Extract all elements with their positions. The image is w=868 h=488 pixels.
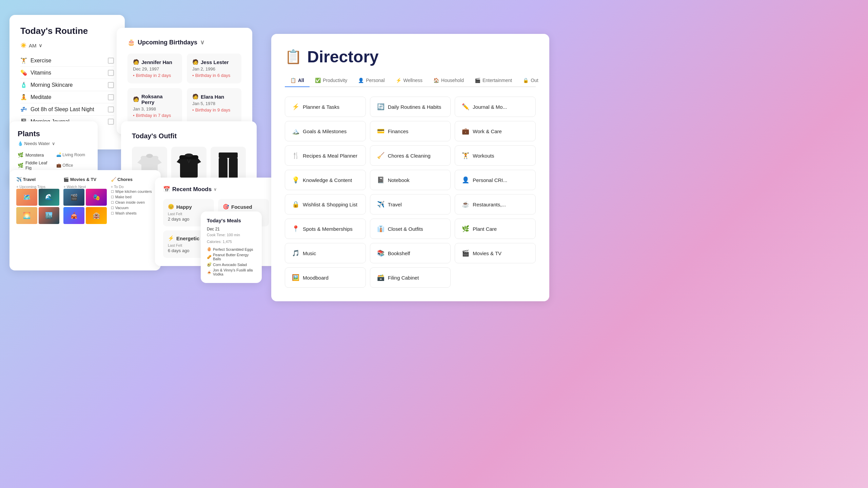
tab-all[interactable]: 📋All xyxy=(285,74,310,87)
svg-point-2 xyxy=(146,154,153,158)
task-list: 🏋️ Exercise 💊 Vitamins 🧴 Morning Skincar… xyxy=(20,55,114,127)
mini-thumbnail[interactable]: 🏨 xyxy=(86,207,107,224)
location-label: 💼 Office xyxy=(56,163,73,168)
mini-check-item[interactable]: Wash sheets xyxy=(111,210,154,216)
tab-household[interactable]: 🏠Household xyxy=(428,74,469,87)
meal-name: Jon & Vinny's Fusilli alla Vodka xyxy=(213,268,256,276)
dir-item-personal-cri...[interactable]: 👤 Personal CRI... xyxy=(455,170,536,190)
dir-item-spots---memberships[interactable]: 📍 Spots & Memberships xyxy=(285,219,366,239)
dir-item-work---care[interactable]: 💼 Work & Care xyxy=(455,121,536,141)
dir-item-notebook[interactable]: 📓 Notebook xyxy=(370,170,451,190)
mini-add-btn[interactable]: + To Do xyxy=(111,185,154,189)
birthday-cell[interactable]: 🧑 Jennifer Han Dec 29, 1997 Birthday in … xyxy=(127,54,182,83)
birthday-countdown: Birthday in 6 days xyxy=(192,73,236,78)
dir-item-travel[interactable]: ✈️ Travel xyxy=(370,194,451,215)
dir-item-movies---tv[interactable]: 🎬 Movies & TV xyxy=(455,243,536,263)
dir-item-icon: 📍 xyxy=(292,225,299,232)
mini-thumbnail[interactable]: 🎬 xyxy=(63,189,84,206)
birthday-countdown: Birthday in 9 days xyxy=(192,107,236,113)
meal-item: 🥜Peanut Butter Energy Balls xyxy=(207,252,256,262)
task-checkbox[interactable] xyxy=(108,58,114,64)
dir-item-wishlist---shopping-list[interactable]: 🔒 Wishlist & Shopping List xyxy=(285,194,366,215)
mini-thumbnail[interactable]: 🌊 xyxy=(39,189,60,206)
dir-item-label: Personal CRI... xyxy=(473,177,507,183)
dir-item-journal---mo...[interactable]: ✏️ Journal & Mo... xyxy=(455,97,536,117)
mini-thumbnail[interactable]: 🎭 xyxy=(86,189,107,206)
meal-item: 🥚Perfect Scrambled Eggs xyxy=(207,246,256,252)
dir-item-chores---cleaning[interactable]: 🧹 Chores & Cleaning xyxy=(370,145,451,166)
dir-item-bookshelf[interactable]: 📚 Bookshelf xyxy=(370,243,451,263)
dir-item-plant-care[interactable]: 🌿 Plant Care xyxy=(455,219,536,239)
birthday-cell[interactable]: 🧑 Jess Lester Jan 2, 1996 Birthday in 6 … xyxy=(187,54,241,83)
birthday-cell[interactable]: 🧑 Roksana Perry Jan 3, 1998 Birthday in … xyxy=(127,88,182,123)
dir-item-knowledge---content[interactable]: 💡 Knowledge & Content xyxy=(285,170,366,190)
dir-item-planner---tasks[interactable]: ⚡ Planner & Tasks xyxy=(285,97,366,117)
dir-item-label: Moodboard xyxy=(303,275,329,281)
dir-item-label: Chores & Cleaning xyxy=(388,153,431,159)
tab-productivity[interactable]: ✅Productivity xyxy=(310,74,353,87)
mini-check-item[interactable]: Wipe kitchen counters xyxy=(111,189,154,194)
meals-cook-time: Cook Time: 100 min xyxy=(207,233,256,237)
tab-entertainment[interactable]: 🎬Entertainment xyxy=(469,74,517,87)
dir-item-icon: 🏋️ xyxy=(462,152,469,159)
needs-water-filter[interactable]: 💧 Needs Water ∨ xyxy=(18,141,90,146)
dir-item-icon: ⚡ xyxy=(292,103,299,110)
mini-col-title: 🎬 Movies & TV xyxy=(63,177,106,182)
dir-item-moodboard[interactable]: 🖼️ Moodboard xyxy=(285,267,366,288)
task-emoji: 💊 xyxy=(20,69,27,76)
dir-item-icon: 🎵 xyxy=(292,249,299,257)
dir-item-restaurants-...[interactable]: ☕ Restaurants,... xyxy=(455,194,536,215)
mini-add-btn[interactable]: + Upcoming Trips xyxy=(16,185,59,189)
dir-item-daily-routines---habits[interactable]: 🔄 Daily Routines & Habits xyxy=(370,97,451,117)
dir-item-recipes---meal-planner[interactable]: 🍴 Recipes & Meal Planner xyxy=(285,145,366,166)
dir-item-music[interactable]: 🎵 Music xyxy=(285,243,366,263)
task-item: 💊 Vitamins xyxy=(20,67,114,79)
mood-emoji: 🎯 xyxy=(223,204,229,210)
birthday-name: 🧑 Jess Lester xyxy=(192,59,236,65)
plant-location: 💼 Office xyxy=(56,160,90,170)
birthday-cell[interactable]: 🧑 Elara Han Jan 5, 1978 Birthday in 9 da… xyxy=(187,88,241,123)
chevron-down-icon[interactable]: ∨ xyxy=(214,187,217,192)
mini-check-item[interactable]: Clean inside oven xyxy=(111,200,154,205)
mini-dashboard-grid: ✈️ Travel+ Upcoming Trips🗺️🌊🌅🏙️🎬 Movies … xyxy=(16,177,154,224)
tab-personal[interactable]: 👤Personal xyxy=(353,74,390,87)
dir-item-filing-cabinet[interactable]: 🗃️ Filing Cabinet xyxy=(370,267,451,288)
mini-thumbnail[interactable]: 🎪 xyxy=(63,207,84,224)
dir-item-finances[interactable]: 💳 Finances xyxy=(370,121,451,141)
dir-item-goals---milestones[interactable]: 🏔️ Goals & Milestones xyxy=(285,121,366,141)
task-text: Got 8h of Sleep Last Night xyxy=(31,106,94,113)
chevron-down-icon[interactable]: ∨ xyxy=(200,39,204,46)
dir-item-icon: 💡 xyxy=(292,176,299,184)
mini-thumbnail[interactable]: 🗺️ xyxy=(16,189,37,206)
meals-date: Dec 21 xyxy=(207,227,256,231)
tab-label: Entertainment xyxy=(482,78,512,83)
task-checkbox[interactable] xyxy=(108,106,114,113)
dir-item-closet---outfits[interactable]: 👔 Closet & Outfits xyxy=(370,219,451,239)
dir-item-label: Spots & Memberships xyxy=(303,226,353,232)
mini-check-item[interactable]: Vacuum xyxy=(111,205,154,210)
task-checkbox[interactable] xyxy=(108,94,114,100)
meal-emoji: 🥚 xyxy=(207,247,212,251)
dir-item-label: Journal & Mo... xyxy=(473,104,507,110)
task-checkbox[interactable] xyxy=(108,119,114,125)
birthdays-title: 🎂 Upcoming Birthdays ∨ xyxy=(127,39,241,46)
task-label: 🧘 Meditate xyxy=(20,94,51,100)
mini-thumbnail[interactable]: 🏙️ xyxy=(39,207,60,224)
tab-wellness[interactable]: ⚡Wellness xyxy=(390,74,428,87)
plant-location: 🛋️ Living Room xyxy=(56,152,90,158)
am-tag[interactable]: ☀️ AM ∨ xyxy=(20,42,114,48)
task-label: 💊 Vitamins xyxy=(20,69,51,76)
dir-item-label: Work & Care xyxy=(473,128,502,134)
meal-item: 🍝Jon & Vinny's Fusilli alla Vodka xyxy=(207,267,256,277)
cake-icon: 🎂 xyxy=(127,39,135,46)
mini-thumbnail[interactable]: 🌅 xyxy=(16,207,37,224)
plant-label: Monstera xyxy=(25,152,44,158)
tab-out[interactable]: 🔒Out xyxy=(517,74,544,87)
dir-item-workouts[interactable]: 🏋️ Workouts xyxy=(455,145,536,166)
dir-item-label: Filing Cabinet xyxy=(388,275,419,281)
mini-add-btn[interactable]: + Watch Next xyxy=(63,185,106,189)
task-checkbox[interactable] xyxy=(108,70,114,76)
mini-check-item[interactable]: Make bed xyxy=(111,194,154,200)
task-checkbox[interactable] xyxy=(108,82,114,88)
person-emoji: 🧑 xyxy=(192,59,199,65)
